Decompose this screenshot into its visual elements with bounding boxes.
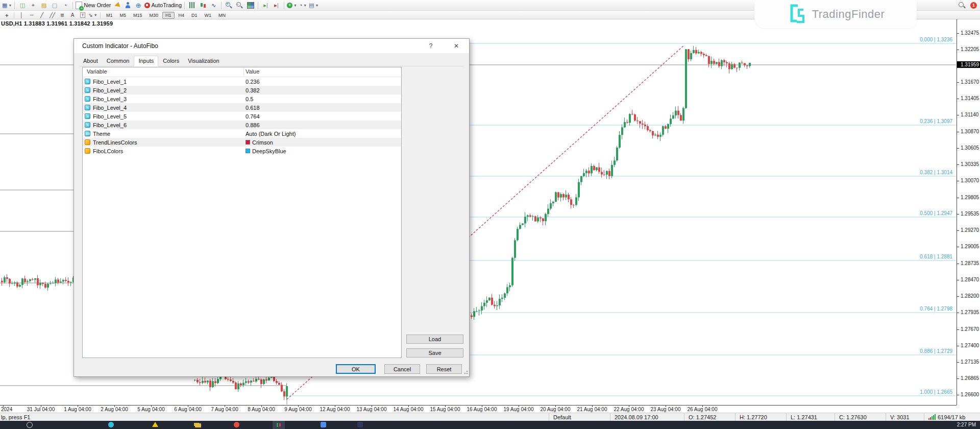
- crosshair-tool-button[interactable]: ＋: [2, 12, 11, 19]
- chevron-down-icon: ▼: [315, 4, 318, 7]
- timeframe-button-h4[interactable]: H4: [176, 12, 188, 19]
- bar-chart-button[interactable]: [187, 1, 197, 10]
- parameter-value[interactable]: 0.5: [246, 96, 253, 102]
- time-tick-label: 5 Aug 04:00: [137, 407, 164, 412]
- timeframe-button-m5[interactable]: M5: [117, 12, 130, 19]
- dialog-close-button[interactable]: ✕: [449, 41, 464, 51]
- parameter-row-fibolcolors[interactable]: FiboLColorsDeepSkyBlue: [83, 147, 401, 155]
- candle-body: [603, 175, 605, 175]
- dialog-title-bar[interactable]: Custom Indicator - AutoFibo: [74, 39, 469, 53]
- shapes-tool-button[interactable]: ⇘▼: [88, 12, 97, 19]
- new-chart-button[interactable]: ▦▼: [2, 1, 12, 10]
- line-chart-button[interactable]: ∿: [209, 1, 218, 10]
- timeframe-button-mn[interactable]: MN: [215, 12, 229, 19]
- ok-button[interactable]: OK: [336, 364, 376, 374]
- notification-badge[interactable]: 1: [970, 2, 977, 9]
- tab-visualization[interactable]: Visualization: [184, 56, 224, 66]
- chart-shift-button[interactable]: ▸|: [261, 1, 271, 10]
- new-order-button[interactable]: New Order: [76, 1, 111, 10]
- indicators-button[interactable]: +▼: [287, 1, 297, 10]
- candle-body: [601, 172, 603, 174]
- auto-scroll-button[interactable]: ▸|: [272, 1, 281, 10]
- crosshair-cursor-button[interactable]: ⌖: [28, 1, 38, 10]
- timeframe-button-h1[interactable]: H1: [162, 12, 175, 19]
- parameter-value[interactable]: 0.236: [246, 79, 260, 85]
- tab-inputs[interactable]: Inputs: [134, 56, 158, 66]
- favorites-folder-button[interactable]: ▨: [39, 1, 48, 10]
- tab-about[interactable]: About: [79, 56, 102, 66]
- taskbar-app-icon-red[interactable]: [234, 422, 240, 428]
- reset-button[interactable]: Reset: [426, 364, 462, 374]
- taskbar-app-icon-blue[interactable]: [321, 422, 327, 428]
- strategy-tester-button[interactable]: ◔: [60, 1, 70, 10]
- parameter-value[interactable]: 0.764: [246, 113, 260, 120]
- price-tick-label: 1.29805: [961, 195, 979, 200]
- timeframe-button-m15[interactable]: M15: [130, 12, 145, 19]
- price-tick-label: 1.27135: [961, 359, 979, 365]
- taskbar-active-app-icon[interactable]: [273, 422, 279, 428]
- zoom-in-button[interactable]: +: [224, 1, 234, 10]
- dialog-resize-grip[interactable]: [463, 371, 468, 375]
- parameter-row-fibo_level_6[interactable]: ½Fibo_Level_60.886: [83, 121, 401, 129]
- parameter-value[interactable]: 0.886: [246, 122, 260, 128]
- vertical-line-tool-button[interactable]: │: [17, 12, 26, 19]
- parameter-value[interactable]: 0.618: [246, 105, 260, 111]
- timeframe-button-d1[interactable]: D1: [188, 12, 201, 19]
- tile-windows-button[interactable]: [246, 1, 255, 10]
- candlestick-chart-button[interactable]: [198, 1, 208, 10]
- parameter-row-fibo_level_2[interactable]: ½Fibo_Level_20.382: [83, 86, 401, 94]
- tab-common[interactable]: Common: [103, 56, 134, 66]
- parameter-row-theme[interactable]: 123ThemeAuto (Dark Or Light): [83, 129, 401, 138]
- save-button[interactable]: Save: [406, 348, 463, 358]
- timeframe-button-m1[interactable]: M1: [103, 12, 116, 19]
- text-label-tool-button[interactable]: T: [78, 12, 87, 19]
- parameter-value[interactable]: Crimson: [246, 139, 273, 146]
- inputs-parameter-list[interactable]: Variable Value ½Fibo_Level_10.236½Fibo_L…: [82, 67, 402, 358]
- parameter-row-trendlinescolors[interactable]: TrendLinesColorsCrimson: [83, 138, 401, 147]
- price-tick-mark: [957, 313, 959, 313]
- candle-body: [634, 114, 636, 121]
- channel-tool-button[interactable]: ╱╱: [47, 12, 57, 19]
- parameter-row-fibo_level_3[interactable]: ½Fibo_Level_30.5: [83, 94, 401, 103]
- taskbar-search-icon[interactable]: [27, 422, 33, 428]
- parameter-row-fibo_level_5[interactable]: ½Fibo_Level_50.764: [83, 112, 401, 121]
- candle-body: [39, 283, 41, 285]
- timeframe-button-w1[interactable]: W1: [202, 12, 215, 19]
- cancel-button[interactable]: Cancel: [384, 364, 420, 374]
- community-button[interactable]: [123, 1, 133, 10]
- zoom-out-button[interactable]: -: [235, 1, 244, 10]
- taskbar-app-icon-navy[interactable]: [357, 422, 363, 428]
- horizontal-line-tool-button[interactable]: ─: [27, 12, 36, 19]
- search-icon[interactable]: [958, 2, 965, 9]
- column-divider[interactable]: [243, 67, 244, 77]
- parameter-row-fibo_level_4[interactable]: ½Fibo_Level_40.618: [83, 103, 401, 112]
- taskbar-folder-icon[interactable]: [195, 422, 201, 428]
- trendline-tool-button[interactable]: ╱: [37, 12, 46, 19]
- profiles-button[interactable]: ◫: [17, 1, 27, 10]
- price-tick-mark: [957, 362, 959, 363]
- parameter-value[interactable]: DeepSkyBlue: [246, 148, 286, 154]
- parameter-row-fibo_level_1[interactable]: ½Fibo_Level_10.236: [83, 77, 401, 86]
- tab-colors[interactable]: Colors: [159, 56, 183, 66]
- window-button[interactable]: ▢: [50, 1, 59, 10]
- parameter-value[interactable]: Auto (Dark Or Light): [246, 131, 296, 137]
- load-button[interactable]: Load: [406, 335, 463, 344]
- taskbar-upload-arrow-icon[interactable]: [152, 422, 158, 428]
- parameter-value[interactable]: 0.382: [246, 87, 260, 93]
- web-terminal-button[interactable]: ⊕: [134, 1, 143, 10]
- periods-button[interactable]: ◔▼: [298, 1, 308, 10]
- fibonacci-level-label: 0.500 | 1.2947: [920, 210, 952, 216]
- price-axis[interactable]: 1.324751.322051.319591.316701.314051.311…: [957, 19, 980, 405]
- taskbar-app-icon-teal[interactable]: [108, 422, 114, 428]
- text-tool-button[interactable]: A: [68, 12, 77, 19]
- fibonacci-tool-button[interactable]: ≣: [58, 12, 67, 19]
- time-axis[interactable]: 202431 Jul 04:001 Aug 04:002 Aug 04:005 …: [0, 405, 957, 413]
- templates-button[interactable]: ▤▼: [309, 1, 318, 10]
- autotrading-button[interactable]: AutoTrading: [144, 1, 182, 10]
- parameter-name: Fibo_Level_6: [93, 122, 127, 128]
- candle-body: [588, 171, 590, 173]
- dialog-help-button[interactable]: ?: [423, 41, 438, 51]
- price-tick-label: 1.27935: [961, 309, 979, 315]
- alerts-horn-button[interactable]: [112, 1, 122, 10]
- timeframe-button-m30[interactable]: M30: [146, 12, 162, 19]
